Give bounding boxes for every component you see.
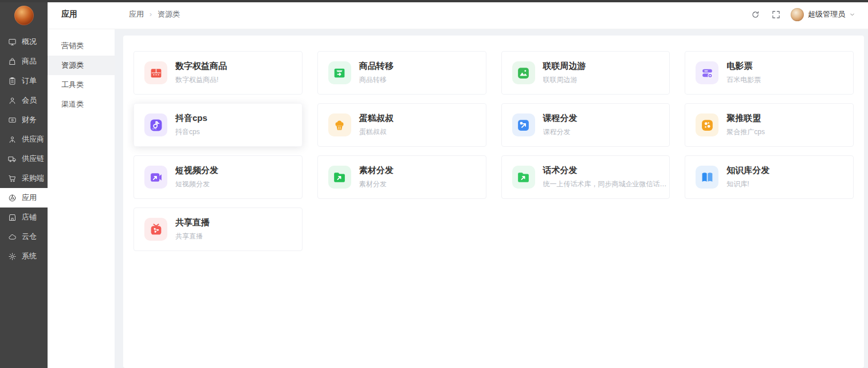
sidebar-item-orders[interactable]: 订单 <box>0 71 48 91</box>
card-subtitle: 百米电影票 <box>726 75 761 85</box>
fullscreen-icon <box>772 10 780 19</box>
topbar: 应用 › 资源类 超级管理员 <box>115 0 868 29</box>
breadcrumb-apps[interactable]: 应用 <box>129 9 144 19</box>
script-share-icon <box>512 166 535 189</box>
card-title: 聚推联盟 <box>726 113 765 123</box>
logo-wrap <box>0 1 48 30</box>
sidebar-item-goods[interactable]: 商品 <box>0 52 48 71</box>
app-card-jutui-alliance[interactable]: 聚推联盟 聚合推广cps <box>685 103 854 147</box>
sidebar-item-label: 供应链 <box>22 154 44 164</box>
card-title: 抖音cps <box>175 113 207 123</box>
app-root: 概况 商品 订单 会员 财务 供应商 <box>0 0 868 368</box>
sidebar-item-procurement[interactable]: 采购端 <box>0 169 48 188</box>
submenu-item-tools[interactable]: 工具类 <box>48 75 115 95</box>
card-text: 素材分发 素材分发 <box>359 165 394 189</box>
finance-banknote-icon <box>8 116 17 124</box>
movie-ticket-icon <box>696 61 718 84</box>
app-card-digital-goods[interactable]: 数字权益商品 数字权益商品! <box>133 51 303 95</box>
supplier-person-icon <box>8 135 17 144</box>
sidebar-item-label: 应用 <box>22 193 37 203</box>
chevron-down-icon <box>849 11 855 18</box>
sidebar-item-members[interactable]: 会员 <box>0 91 48 110</box>
goods-transfer-icon <box>328 61 351 84</box>
app-card-course-share[interactable]: 课程分发 课程分发 <box>501 103 670 147</box>
card-subtitle: 蛋糕叔叔 <box>359 127 394 137</box>
course-share-icon <box>512 113 535 136</box>
app-card-cake[interactable]: 蛋糕叔叔 蛋糕叔叔 <box>317 103 486 147</box>
local-tour-icon <box>512 61 535 84</box>
app-card-knowledge-share[interactable]: 知识库分发 知识库! <box>685 155 854 199</box>
knowledge-book-icon <box>696 166 718 189</box>
sidebar-item-store[interactable]: 店铺 <box>0 208 48 227</box>
app-card-goods-transfer[interactable]: 商品转移 商品转移 <box>317 51 486 95</box>
card-text: 聚推联盟 聚合推广cps <box>726 113 765 137</box>
user-avatar <box>791 8 804 21</box>
members-person-icon <box>8 96 17 105</box>
card-subtitle: 联联周边游 <box>543 75 586 85</box>
submenu-item-marketing[interactable]: 营销类 <box>48 36 115 56</box>
apps-wheel-icon <box>8 194 17 202</box>
card-subtitle: 商品转移 <box>359 75 394 85</box>
top-strip <box>0 0 868 2</box>
user-dropdown[interactable]: 超级管理员 <box>791 8 855 21</box>
sidebar-item-system[interactable]: 系统 <box>0 246 48 266</box>
sidebar-item-finance[interactable]: 财务 <box>0 110 48 130</box>
shared-live-tv-icon <box>144 218 167 241</box>
breadcrumb-resources: 资源类 <box>158 9 180 19</box>
card-subtitle: 抖音cps <box>175 127 207 137</box>
refresh-button[interactable] <box>749 9 761 20</box>
sidebar-item-label: 采购端 <box>22 173 44 183</box>
sidebar-item-overview[interactable]: 概况 <box>0 32 48 52</box>
jutui-alliance-icon <box>696 113 718 136</box>
douyin-cps-icon: CPS <box>144 113 167 136</box>
apps-panel: 数字权益商品 数字权益商品! 商品转移 商品转移 <box>123 36 864 368</box>
card-subtitle: 数字权益商品! <box>175 75 227 85</box>
sidebar-item-cloud-warehouse[interactable]: 云仓 <box>0 227 48 246</box>
card-title: 课程分发 <box>543 113 578 123</box>
submenu-item-channels[interactable]: 渠道类 <box>48 95 115 114</box>
card-title: 短视频分发 <box>175 165 218 175</box>
app-card-material-share[interactable]: 素材分发 素材分发 <box>317 155 486 199</box>
sidebar-item-label: 云仓 <box>22 232 37 242</box>
fullscreen-button[interactable] <box>770 9 781 20</box>
topbar-right: 超级管理员 <box>749 8 855 21</box>
store-icon <box>8 213 17 222</box>
app-card-local-tour[interactable]: 联联周边游 联联周边游 <box>501 51 670 95</box>
short-video-share-icon <box>144 166 167 189</box>
material-share-icon <box>328 166 351 189</box>
primary-sidebar: 概况 商品 订单 会员 财务 供应商 <box>0 0 48 368</box>
sidebar-item-label: 订单 <box>22 76 37 86</box>
sidebar-item-apps[interactable]: 应用 <box>0 188 48 208</box>
card-subtitle: 课程分发 <box>543 127 578 137</box>
app-card-grid: 数字权益商品 数字权益商品! 商品转移 商品转移 <box>133 51 854 251</box>
card-text: 蛋糕叔叔 蛋糕叔叔 <box>359 113 394 137</box>
sidebar-item-supplier[interactable]: 供应商 <box>0 130 48 149</box>
app-card-douyin-cps[interactable]: CPS 抖音cps 抖音cps <box>133 103 303 147</box>
card-text: 商品转移 商品转移 <box>359 61 394 85</box>
card-subtitle: 共享直播 <box>175 232 210 241</box>
submenu-item-resources[interactable]: 资源类 <box>48 56 115 75</box>
card-title: 素材分发 <box>359 165 394 175</box>
sidebar-item-supply-chain[interactable]: 供应链 <box>0 149 48 169</box>
card-text: 电影票 百米电影票 <box>726 61 761 85</box>
card-title: 知识库分发 <box>726 165 769 175</box>
app-card-script-share[interactable]: 话术分发 统一上传话术库，同步商城企业微信话术库 <box>501 155 670 199</box>
card-title: 联联周边游 <box>543 61 586 71</box>
card-title: 电影票 <box>726 61 761 71</box>
app-card-shared-live[interactable]: 共享直播 共享直播 <box>133 208 303 251</box>
cloud-warehouse-icon <box>8 233 17 241</box>
card-text: 课程分发 课程分发 <box>543 113 578 137</box>
card-title: 数字权益商品 <box>175 61 227 71</box>
submenu-list: 营销类 资源类 工具类 渠道类 <box>48 29 115 114</box>
primary-nav: 概况 商品 订单 会员 财务 供应商 <box>0 32 48 266</box>
sidebar-item-label: 供应商 <box>22 134 44 144</box>
card-text: 共享直播 共享直播 <box>175 217 210 241</box>
card-title: 话术分发 <box>543 165 670 175</box>
card-text: 数字权益商品 数字权益商品! <box>175 61 227 85</box>
sidebar-item-label: 商品 <box>22 56 37 66</box>
app-card-short-video-share[interactable]: 短视频分发 短视频分发 <box>133 155 303 199</box>
sidebar-item-label: 系统 <box>22 251 37 261</box>
card-title: 商品转移 <box>359 61 394 71</box>
sidebar-item-label: 会员 <box>22 95 37 105</box>
app-card-movie-ticket[interactable]: 电影票 百米电影票 <box>685 51 854 95</box>
